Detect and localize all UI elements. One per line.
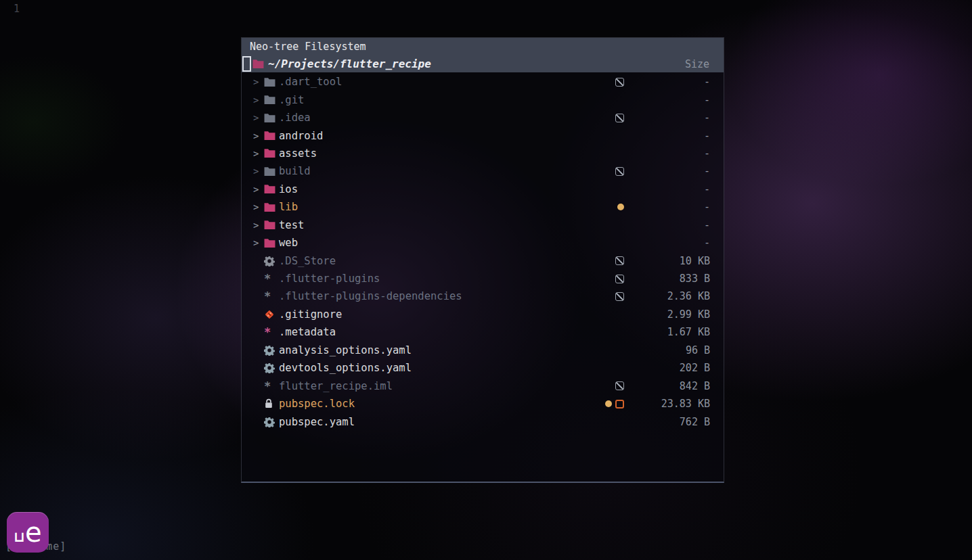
git-ignored-icon [615,256,624,265]
git-untracked-icon [615,400,624,409]
tree-row[interactable]: analysis_options.yaml96 B [242,342,724,359]
folder-icon [264,184,279,194]
tree-row[interactable]: *.metadata1.67 KB [242,323,724,341]
folder-icon [264,202,279,212]
tree-row[interactable]: >ios- [242,181,724,198]
logo-cup-glyph: ⊔ [14,529,25,545]
node-name: .dart_tool [279,76,342,88]
expander-chevron-icon[interactable]: > [253,76,264,87]
node-name: .metadata [279,326,336,338]
tree-row[interactable]: >.dart_tool- [242,73,724,91]
folder-icon [264,220,279,230]
expander-chevron-icon[interactable]: > [253,166,264,177]
expander-chevron-icon[interactable]: > [253,112,264,123]
tree-row[interactable]: >.idea- [242,109,724,126]
git-status-badges [598,381,624,390]
tree-row[interactable]: >android- [242,126,724,144]
node-name: ios [279,183,298,195]
size-value: - [704,219,724,231]
tree-row[interactable]: >build- [242,162,724,180]
node-name: .flutter-plugins [279,273,380,285]
size-value: 10 KB [680,255,724,267]
expander-chevron-icon[interactable]: > [253,95,264,106]
tree-row[interactable]: devtools_options.yaml202 B [242,359,724,377]
git-ignored-icon [615,78,624,87]
tree-row[interactable]: >assets- [242,145,724,162]
size-value: 202 B [680,362,724,374]
tree-row[interactable]: .gitignore2.99 KB [242,306,724,323]
git-status-badges [598,256,624,265]
tree-row[interactable]: >.git- [242,91,724,108]
git-modified-icon [617,204,624,210]
folder-icon [264,113,279,123]
expander-chevron-icon[interactable]: > [253,184,264,195]
size-value: 842 B [680,380,724,392]
tree-row[interactable]: >test- [242,216,724,234]
size-value: 2.99 KB [667,308,724,321]
tree-row[interactable]: *.flutter-plugins833 B [242,270,724,287]
size-value: - [704,183,724,195]
expander-chevron-icon[interactable]: > [253,237,264,248]
logo-e-glyph: e [25,519,42,546]
git-status-badges [598,167,624,176]
tree-row[interactable]: pubspec.lock23.83 KB [242,395,724,413]
folder-icon [264,238,279,248]
size-value: - [704,112,724,124]
git-status-badges [598,204,624,210]
node-name: android [279,130,323,142]
git-status-badges [598,114,624,122]
node-name: pubspec.yaml [279,416,355,428]
git-ignored-icon [615,114,624,122]
asterisk-file-icon: * [264,293,279,300]
neotree-window: Neo-tree Filesystem ~/Projects/flutter_r… [241,37,724,483]
size-value: 1.67 KB [667,326,724,338]
size-value: 23.83 KB [661,398,724,410]
git-ignored-icon [615,292,624,301]
file-tree: >.dart_tool->.git->.idea->android->asset… [242,72,724,431]
tree-row[interactable]: *flutter_recipe.iml842 B [242,377,724,394]
node-name: .gitignore [279,308,342,321]
size-value: - [704,94,724,106]
size-value: - [704,76,724,88]
size-column-header: Size [685,58,724,70]
folder-icon [264,166,279,177]
root-path: ~/Projects/flutter_recipe [268,57,431,70]
size-value: 833 B [680,273,724,285]
size-value: 762 B [680,416,724,428]
node-name: build [279,165,311,177]
tree-row[interactable]: >lib- [242,198,724,216]
node-name: flutter_recipe.iml [279,380,393,392]
node-name: devtools_options.yaml [279,362,412,374]
gear-file-icon [264,256,279,266]
folder-icon [252,59,264,69]
buffer-line-number: 1 [14,3,20,15]
espanso-logo-icon: ⊔ e [7,512,49,553]
tree-row[interactable]: .DS_Store10 KB [242,252,724,269]
git-ignored-icon [615,381,624,390]
cursor-block [242,56,251,72]
node-name: .flutter-plugins-dependencies [279,290,462,302]
tree-row[interactable]: *.flutter-plugins-dependencies2.36 KB [242,287,724,305]
gear-file-icon [264,345,279,356]
node-name: assets [279,147,317,160]
expander-chevron-icon[interactable]: > [253,202,264,212]
folder-icon [264,95,279,105]
git-status-badges [598,292,624,301]
expander-chevron-icon[interactable]: > [253,148,264,159]
folder-icon [264,131,279,141]
tree-row[interactable]: >web- [242,234,724,252]
tree-row[interactable]: pubspec.yaml762 B [242,413,724,430]
git-file-icon [264,309,279,320]
git-status-badges [598,78,624,87]
size-value: - [704,237,724,249]
size-value: - [704,165,724,177]
root-node-row[interactable]: ~/Projects/flutter_recipe Size [242,55,724,72]
asterisk-file-icon: * [264,275,279,282]
size-value: 96 B [686,344,724,356]
expander-chevron-icon[interactable]: > [253,220,264,231]
neovim-screen: 1 Neo-tree Filesystem ~/Projects/flutter… [0,0,972,560]
lock-file-icon [264,398,279,409]
node-name: pubspec.lock [279,398,355,410]
expander-chevron-icon[interactable]: > [253,131,264,141]
gear-file-icon [264,417,279,427]
